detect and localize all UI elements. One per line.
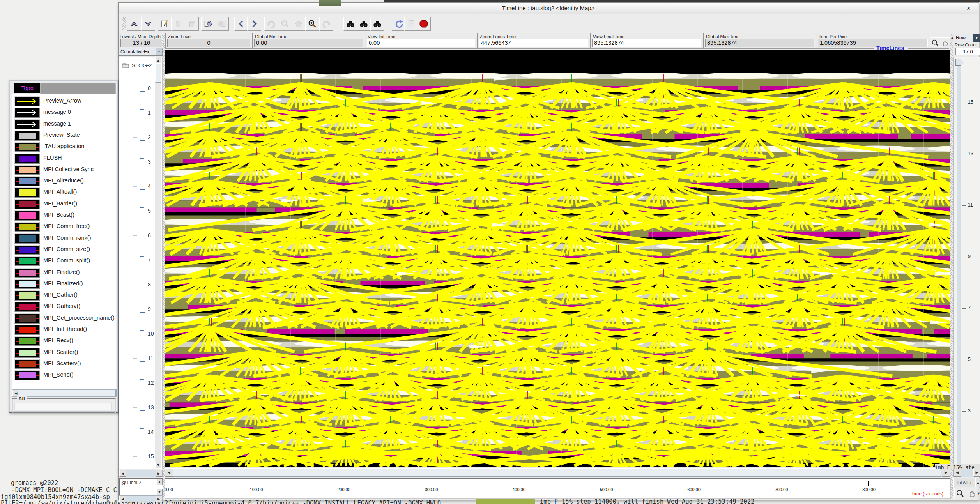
edit-preferences-button[interactable] [158,17,172,31]
field-value[interactable]: 0.00 [367,39,475,47]
scroll-down-button[interactable]: ▼ [156,489,163,495]
legend-icon-button[interactable] [14,210,40,221]
window-titlebar[interactable]: TimeLine : tau.slog2 <Identity Map> × [119,3,978,14]
legend-icon-button[interactable] [14,176,40,186]
export-frame-button[interactable] [201,17,215,31]
legend-icon-button[interactable] [14,108,40,118]
row-slider-track[interactable] [957,59,961,464]
legend-icon-button[interactable] [14,222,40,232]
scroll-right-button[interactable]: ▶ [156,470,162,477]
legend-icon-button[interactable] [14,131,40,141]
tree-item-6[interactable]: 6 [133,232,151,239]
field-value[interactable]: 0 [167,39,250,47]
legend-icon-button[interactable] [14,142,40,152]
legend-icon-button[interactable] [14,370,40,380]
legend-icon-button[interactable] [14,245,40,255]
tree-item-0[interactable]: 0 [133,85,151,92]
time-axis[interactable]: Time (seconds) 0.00 100.00 200.00 300.00… [165,478,951,499]
refresh-button[interactable] [392,17,406,31]
legend-hscrollbar[interactable]: ◀ [12,389,117,397]
undo-zoom-button[interactable] [264,17,278,31]
redo-zoom-button[interactable] [319,17,333,31]
tree-item-9[interactable]: 9 [133,306,151,313]
legend-icon-button[interactable] [14,348,40,358]
legend-icon-button[interactable] [14,199,40,209]
scroll-left-button[interactable]: ◀ [954,468,961,477]
legend-icon-button[interactable] [14,187,40,198]
mode-dropdown[interactable]: CumulativeEx... ▼ [119,48,163,56]
import-frame-button[interactable] [215,17,229,31]
scroll-left-button[interactable]: ◀ [119,496,126,502]
tree-item-2[interactable]: 2 [133,134,151,141]
delete-button[interactable] [185,17,199,31]
scroll-up-button[interactable]: ▲ [156,479,163,485]
scroll-right-button[interactable]: ▶ [942,468,950,477]
scroll-right-button[interactable] [247,17,261,31]
vertical-splitter-right[interactable] [950,34,953,499]
timeline-canvas[interactable] [165,50,950,467]
tree-item-11[interactable]: 11 [133,355,154,362]
field-value[interactable]: 895.132874 [705,39,814,47]
search-backward-button[interactable] [343,17,357,31]
tree-item-5[interactable]: 5 [133,207,151,214]
tree-item-4[interactable]: 4 [133,183,151,190]
lineid-hscrollbar[interactable]: ◀ ▶ [119,495,163,502]
scrollbar-thumb[interactable] [19,390,116,396]
scroll-up-button[interactable]: ▲ [155,57,161,64]
legend-topo-header[interactable]: Topo [14,83,40,93]
tree-root-slog2[interactable]: SLOG-2 [122,62,152,69]
header-zoom-button[interactable] [930,37,940,48]
row-dropdown[interactable]: Row ▼ [954,34,980,42]
row-zoom-button[interactable] [954,488,966,499]
print-button[interactable] [404,17,418,31]
field-value[interactable]: 895.132874 [592,39,701,47]
legend-icon-button[interactable] [14,268,40,278]
scroll-left-button[interactable]: ◀ [165,468,173,477]
up-depth-button[interactable] [127,17,141,31]
chevron-down-icon[interactable]: ▼ [973,34,980,42]
header-hand-button[interactable] [940,37,950,48]
scrollbar-thumb[interactable] [173,468,941,477]
legend-icon-button[interactable] [14,325,40,335]
scroll-left-button[interactable] [234,17,248,31]
legend-icon-button[interactable] [14,279,40,289]
zoom-in-button[interactable] [305,17,319,31]
legend-icon-button[interactable] [14,233,40,244]
field-value[interactable]: 0.00 [254,39,363,47]
down-depth-button[interactable] [141,17,155,31]
field-value[interactable]: 447.566437 [479,39,588,47]
legend-icon-button[interactable] [14,290,40,301]
tree-item-12[interactable]: 12 [133,379,154,386]
canvas-hscrollbar[interactable]: ◀ ▶ [165,468,950,477]
row-hand-button[interactable] [966,488,978,499]
legend-icon-button[interactable] [14,256,40,266]
search-init-button[interactable] [357,17,371,31]
scroll-down-button[interactable]: ▼ [977,488,980,499]
paste-button[interactable] [171,17,185,31]
vertical-splitter-left[interactable] [162,34,165,499]
scroll-down-button[interactable]: ▼ [155,462,161,468]
splitter-collapse-icon[interactable]: ◀ [950,35,954,41]
tree-item-7[interactable]: 7 [133,256,151,263]
tree-item-10[interactable]: 10 [133,330,154,337]
legend-icon-button[interactable] [14,165,40,175]
scroll-up-button[interactable]: ▲ [975,478,980,487]
zoom-out-button[interactable] [278,17,292,31]
scroll-right-button[interactable]: ▶ [973,468,980,477]
legend-icon-button[interactable] [14,359,40,369]
scroll-left-button[interactable]: ◀ [119,470,126,477]
stop-button[interactable] [417,17,431,31]
tree-item-8[interactable]: 8 [133,281,151,288]
scroll-right-button[interactable]: ▶ [156,496,162,502]
tree-hscrollbar[interactable]: ◀ ▶ [119,470,163,477]
zoom-home-button[interactable] [292,17,306,31]
legend-icon-button[interactable] [14,336,40,346]
search-forward-button[interactable] [370,17,384,31]
legend-icon-button[interactable] [14,313,40,324]
legend-icon-button[interactable] [14,302,40,312]
tree-item-13[interactable]: 13 [133,404,154,411]
tree-item-3[interactable]: 3 [133,158,151,165]
lineid-panel[interactable]: @ LineID ▲ ▼ [119,478,163,496]
fit-all-rows-button[interactable]: Fit All R [953,478,975,487]
tree-item-14[interactable]: 14 [133,428,154,435]
